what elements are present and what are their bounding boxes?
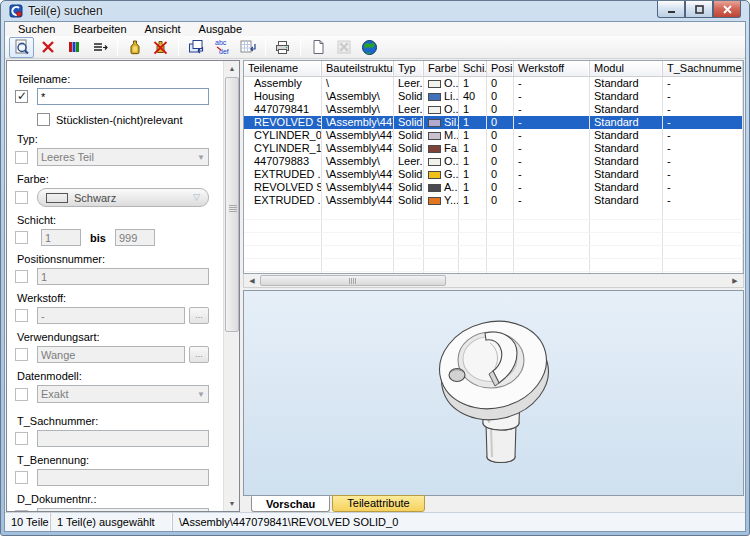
werkstoff-checkbox[interactable]: [15, 309, 28, 322]
column-header[interactable]: Farbe: [424, 61, 459, 76]
table-row[interactable]: REVOLVED S...\Assembly\4470...SolidSil..…: [244, 116, 743, 129]
farbe-checkbox[interactable]: [15, 191, 28, 204]
copy-windows-button[interactable]: [183, 37, 208, 58]
table-row[interactable]: EXTRUDED ...\Assembly\4470...SolidY...10…: [244, 194, 743, 207]
tab-vorschau[interactable]: Vorschau: [251, 496, 330, 512]
table-row[interactable]: 447079883\Assembly\Leer...O...10-Standar…: [244, 155, 743, 168]
rename-abc-def-button[interactable]: abcdef: [209, 37, 234, 58]
export-table-button[interactable]: [331, 37, 356, 58]
table-cell: \Assembly\4470...: [322, 142, 394, 155]
table-cell: -: [514, 116, 590, 129]
teilename-checkbox[interactable]: [15, 90, 28, 103]
table-cell: 0: [487, 168, 514, 181]
menu-ausgabe[interactable]: Ausgabe: [190, 22, 251, 36]
close-button[interactable]: [713, 1, 741, 18]
table-cell: -: [663, 77, 743, 90]
table-cell: -: [663, 155, 743, 168]
farbe-cell: O...: [424, 77, 459, 90]
column-header[interactable]: Typ: [394, 61, 424, 76]
schicht-checkbox[interactable]: [15, 231, 28, 244]
globe-button[interactable]: [357, 37, 382, 58]
table-cell: [487, 207, 514, 219]
flask-delete-button[interactable]: [148, 37, 173, 58]
table-row[interactable]: 447079841\Assembly\Leer...O...10-Standar…: [244, 103, 743, 116]
menu-suchen[interactable]: Suchen: [9, 22, 64, 36]
d-dokumentnr-checkbox[interactable]: [15, 510, 28, 511]
chevron-down-icon: ▼: [197, 153, 205, 162]
column-header[interactable]: Werkstoff: [514, 61, 590, 76]
farbe-select[interactable]: Schwarz ▽: [37, 188, 209, 207]
dialog-window: Teil(e) suchen Suchen Bearbeiten Ansicht…: [0, 0, 750, 536]
t-sachnummer-input[interactable]: [37, 430, 209, 447]
t-benennung-input[interactable]: [37, 469, 209, 486]
table-row[interactable]: REVOLVED S...\Assembly\4470...SolidA...1…: [244, 181, 743, 194]
scroll-left-icon[interactable]: ◀: [245, 275, 259, 286]
typ-select[interactable]: Leeres Teil▼: [37, 148, 209, 166]
table-cell: [459, 220, 487, 232]
column-header[interactable]: Bauteilstruktur: [322, 61, 394, 76]
table-row[interactable]: CYLINDER_0\Assembly\4470...SolidM...10-S…: [244, 129, 743, 142]
positionsnummer-input[interactable]: [37, 268, 209, 285]
color-filter-button[interactable]: [61, 37, 86, 58]
column-header[interactable]: Posi...: [487, 61, 514, 76]
column-header[interactable]: Schi...: [459, 61, 487, 76]
table-cell: Solid: [394, 90, 424, 103]
verwendungsart-checkbox[interactable]: [15, 348, 28, 361]
datenmodell-checkbox[interactable]: [15, 388, 28, 401]
datenmodell-select[interactable]: Exakt▼: [37, 385, 209, 403]
print-button[interactable]: [270, 37, 295, 58]
column-header[interactable]: Teilename: [244, 61, 322, 76]
d-dokumentnr-input[interactable]: [37, 508, 209, 511]
t-sachnummer-checkbox[interactable]: [15, 432, 28, 445]
list-export-button[interactable]: [87, 37, 112, 58]
titlebar[interactable]: Teil(e) suchen: [1, 1, 749, 21]
positionsnummer-checkbox[interactable]: [15, 270, 28, 283]
column-header[interactable]: T_Sachnummer: [663, 61, 743, 76]
table-row-empty: [244, 207, 743, 220]
scroll-right-icon[interactable]: ▶: [728, 275, 742, 286]
table-row[interactable]: Housing\Assembly\SolidLi...400-Standard-…: [244, 90, 743, 103]
table-cell: -: [514, 90, 590, 103]
menu-ansicht[interactable]: Ansicht: [136, 22, 190, 36]
scrollbar-thumb[interactable]: [260, 275, 446, 286]
client-area: Suchen Bearbeiten Ansicht Ausgabe: [4, 21, 746, 532]
t-benennung-checkbox[interactable]: [15, 471, 28, 484]
column-header[interactable]: [743, 61, 744, 76]
table-cell: [514, 259, 590, 271]
table-cell: [663, 246, 743, 258]
table-row[interactable]: EXTRUDED ...\Assembly\4470...SolidG...10…: [244, 168, 743, 181]
scrollbar-thumb[interactable]: [225, 77, 239, 332]
maximize-button[interactable]: [685, 1, 713, 18]
flask-button[interactable]: [122, 37, 147, 58]
minimize-button[interactable]: [657, 1, 685, 18]
menu-bearbeiten[interactable]: Bearbeiten: [64, 22, 135, 36]
werkstoff-input[interactable]: [37, 307, 185, 324]
werkstoff-browse-button[interactable]: ...: [189, 307, 209, 324]
scroll-down-icon[interactable]: ▼: [225, 496, 239, 511]
table-cell: Assembly: [244, 77, 322, 90]
schicht-von-input[interactable]: [41, 229, 81, 246]
stuecklisten-checkbox[interactable]: [37, 113, 50, 126]
form-scrollbar[interactable]: ▲ ▼: [223, 61, 239, 511]
verwendungsart-browse-button[interactable]: ...: [189, 346, 209, 363]
table-cell: -: [514, 155, 590, 168]
table-row[interactable]: Assembly\Leer...O...10-Standard--: [244, 77, 743, 90]
table-cell: CYLINDER_0: [244, 129, 322, 142]
table-row[interactable]: CYLINDER_1\Assembly\4470...SolidFa...10-…: [244, 142, 743, 155]
table-cell: -: [743, 168, 744, 181]
typ-checkbox[interactable]: [15, 151, 28, 164]
schicht-bis-input[interactable]: [115, 229, 155, 246]
table-cell: [487, 259, 514, 271]
table-hscrollbar[interactable]: ◀ ▶: [243, 274, 744, 288]
table-cell: -: [514, 142, 590, 155]
scroll-up-icon[interactable]: ▲: [225, 61, 239, 76]
teilename-input[interactable]: [37, 88, 209, 105]
table-cell: -: [743, 77, 744, 90]
delete-button[interactable]: [35, 37, 60, 58]
table-insert-button[interactable]: [235, 37, 260, 58]
search-preview-button[interactable]: [9, 37, 34, 58]
column-header[interactable]: Modul: [590, 61, 663, 76]
new-document-button[interactable]: [305, 37, 330, 58]
verwendungsart-input[interactable]: [37, 346, 185, 363]
tab-teileattribute[interactable]: Teileattribute: [332, 495, 424, 512]
